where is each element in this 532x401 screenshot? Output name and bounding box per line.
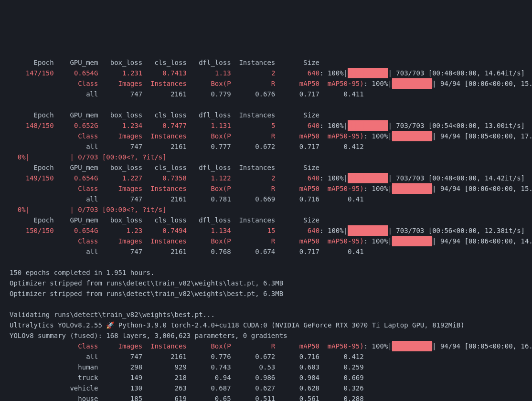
pre-progress-149: 0%| | 0/703 [00:00<?, ?it/s] (10, 153, 167, 161)
epoch-header-150: Epoch GPU_mem box_loss cls_loss dfl_loss… (10, 216, 319, 224)
final-val-header: Class Images Instances Box(P R mAP50 mAP… (10, 342, 364, 350)
progress-bar: ██████████ (392, 78, 432, 89)
final-val-row-truck: truck 149 218 0.94 0.986 0.984 0.669 (10, 374, 364, 381)
progress-bar: ██████████ (348, 225, 388, 236)
progress-bar: ██████████ (392, 183, 432, 194)
final-val-row-vehicle: vehicle 130 263 0.687 0.627 0.628 0.326 (10, 384, 364, 392)
val-row-148: all 747 2161 0.777 0.672 0.717 0.412 (10, 143, 364, 150)
final-val-row-house: house 185 619 0.65 0.511 0.561 0.288 (10, 395, 364, 401)
epoch-train-row-147: 147/150 0.654G 1.231 0.7413 1.13 2 640 (10, 69, 319, 77)
summary-opt2: Optimizer stripped from runs\detect\trai… (10, 290, 283, 297)
val-row-147: all 747 2161 0.779 0.676 0.717 0.411 (10, 90, 364, 98)
terminal-output: Epoch GPU_mem box_loss cls_loss dfl_loss… (0, 53, 532, 401)
val-row-150: all 747 2161 0.768 0.674 0.717 0.41 (10, 248, 364, 255)
val-row-149: all 747 2161 0.781 0.669 0.716 0.41 (10, 195, 364, 203)
val-header-147: Class Images Instances Box(P R mAP50 mAP… (10, 80, 364, 87)
summary-done: 150 epochs completed in 1.951 hours. (10, 269, 154, 276)
val-header-150: Class Images Instances Box(P R mAP50 mAP… (10, 237, 364, 245)
summary-yolo: YOLOv8 summary (fused): 168 layers, 3,00… (10, 332, 287, 339)
val-header-148: Class Images Instances Box(P R mAP50 mAP… (10, 132, 364, 140)
final-val-row-all: all 747 2161 0.776 0.672 0.716 0.412 (10, 353, 364, 360)
progress-bar: ██████████ (348, 173, 388, 183)
progress-bar: ██████████ (348, 120, 388, 131)
epoch-header-149: Epoch GPU_mem box_loss cls_loss dfl_loss… (10, 164, 319, 171)
val-header-149: Class Images Instances Box(P R mAP50 mAP… (10, 185, 364, 192)
summary-ultra: Ultralytics YOLOv8.2.55 🚀 Python-3.9.0 t… (10, 321, 465, 329)
epoch-train-row-149: 149/150 0.654G 1.227 0.7358 1.122 2 640 (10, 174, 319, 182)
epoch-header-147: Epoch GPU_mem box_loss cls_loss dfl_loss… (10, 59, 319, 66)
progress-bar: ██████████ (392, 236, 432, 246)
final-val-row-human: human 298 929 0.743 0.53 0.603 0.259 (10, 363, 364, 371)
epoch-train-row-150: 150/150 0.654G 1.23 0.7494 1.134 15 640 (10, 227, 319, 234)
epoch-header-148: Epoch GPU_mem box_loss cls_loss dfl_loss… (10, 111, 319, 119)
summary-validating: Validating runs\detect\train_v82\weights… (10, 311, 215, 318)
progress-bar: ██████████ (392, 341, 432, 351)
pre-progress-150: 0%| | 0/703 [00:00<?, ?it/s] (10, 206, 167, 213)
epoch-train-row-148: 148/150 0.652G 1.234 0.7477 1.131 5 640 (10, 122, 319, 129)
progress-bar: ██████████ (348, 68, 388, 78)
progress-bar: ██████████ (392, 131, 432, 141)
summary-opt1: Optimizer stripped from runs\detect\trai… (10, 279, 283, 287)
